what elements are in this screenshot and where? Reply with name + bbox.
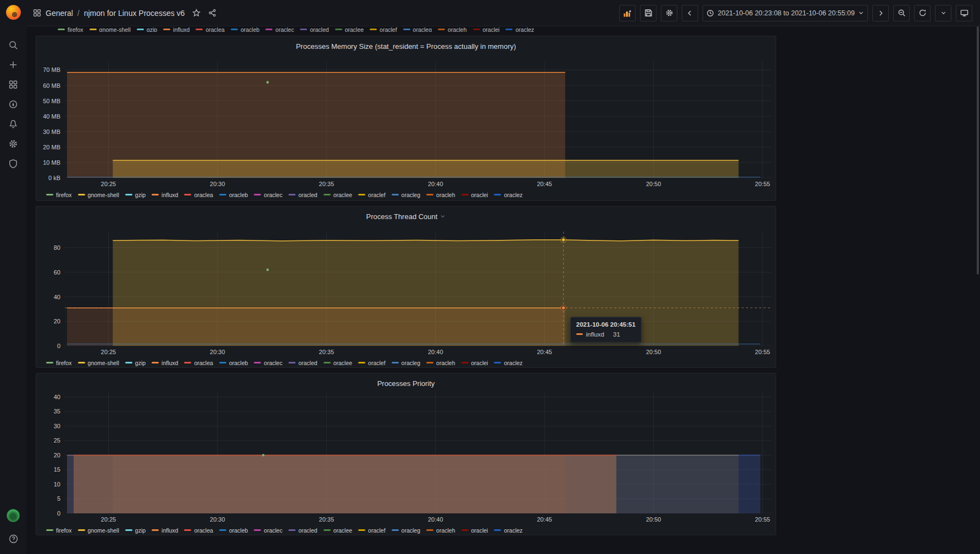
legend-item-oraclez[interactable]: oraclez <box>494 192 522 198</box>
y-tick-label: 0 kB <box>48 175 60 181</box>
legend-item-oracleb[interactable]: oracleb <box>231 26 259 32</box>
breadcrumb-folder[interactable]: General <box>46 9 73 18</box>
legend-item-gnome-shell[interactable]: gnome-shell <box>78 192 119 198</box>
time-range-back-button[interactable] <box>682 5 698 21</box>
legend-item-oraclee[interactable]: oraclee <box>324 360 352 366</box>
legend-item-oracleg[interactable]: oracleg <box>392 360 420 366</box>
legend-swatch <box>265 29 272 30</box>
legend-swatch <box>324 194 331 195</box>
legend-item-oraclee[interactable]: oraclee <box>324 192 352 198</box>
legend-item-firefox[interactable]: firefox <box>46 360 72 366</box>
legend-label: oracleg <box>402 360 420 366</box>
legend-item-oraclec[interactable]: oraclec <box>265 26 294 32</box>
legend-item-firefox[interactable]: firefox <box>46 192 72 198</box>
legend-label: oraclez <box>515 26 534 32</box>
legend-item-oracled[interactable]: oracled <box>300 26 328 32</box>
panel-menu-caret-icon[interactable] <box>440 214 446 219</box>
legend-item-oraclee[interactable]: oraclee <box>324 527 352 534</box>
chart-plot[interactable] <box>65 393 771 513</box>
legend-item-oracleh[interactable]: oracleh <box>426 360 455 366</box>
cycle-view-monitor-button[interactable] <box>956 5 972 21</box>
time-picker-button[interactable]: 2021-10-06 20:23:08 to 2021-10-06 20:55:… <box>703 5 868 21</box>
share-icon[interactable] <box>208 9 216 17</box>
alerting-bell-icon[interactable] <box>4 115 23 133</box>
legend-item-oraclef[interactable]: oraclef <box>370 26 397 32</box>
zoom-out-button[interactable] <box>893 5 910 21</box>
vertical-scrollbar[interactable] <box>977 26 979 275</box>
legend-item-oraclee[interactable]: oraclee <box>335 26 364 32</box>
legend-item-gzip[interactable]: gzip <box>125 527 146 534</box>
legend-item-oracled[interactable]: oracled <box>288 360 317 366</box>
legend-item-oraclef[interactable]: oraclef <box>358 527 386 534</box>
refresh-button[interactable] <box>914 5 931 21</box>
legend-item-oracleg[interactable]: oracleg <box>392 527 420 534</box>
legend-item-oraclez[interactable]: oraclez <box>505 26 534 32</box>
add-panel-button[interactable] <box>619 5 636 21</box>
legend-item-oraclei[interactable]: oraclei <box>461 192 488 198</box>
legend-item-oraclea[interactable]: oraclea <box>184 360 213 366</box>
legend-item-gnome-shell[interactable]: gnome-shell <box>90 26 131 32</box>
legend-item-gzip[interactable]: gzip <box>137 26 157 32</box>
legend-label: oracleb <box>241 26 259 32</box>
legend-item-firefox[interactable]: firefox <box>46 527 72 534</box>
legend-item-influxd[interactable]: influxd <box>163 26 190 32</box>
legend-item-firefox[interactable]: firefox <box>58 26 83 32</box>
dashboards-grid-icon[interactable] <box>4 75 23 94</box>
panel-title-text: Process Thread Count <box>366 212 438 221</box>
legend-label: oraclef <box>368 360 386 366</box>
panel-title[interactable]: Process Thread Count <box>41 210 771 223</box>
legend-item-oraclei[interactable]: oraclei <box>473 26 500 32</box>
help-icon[interactable] <box>4 529 23 548</box>
legend-item-gnome-shell[interactable]: gnome-shell <box>78 360 119 366</box>
legend-item-influxd[interactable]: influxd <box>152 360 178 366</box>
legend-item-oracleh[interactable]: oracleh <box>426 527 455 534</box>
panel-title[interactable]: Processes Memory Size (stat_resident = P… <box>41 40 771 53</box>
profile-avatar[interactable] <box>7 509 20 522</box>
legend-swatch <box>392 362 399 363</box>
legend-item-oraclef[interactable]: oraclef <box>358 192 386 198</box>
legend-item-oracleb[interactable]: oracleb <box>219 527 248 534</box>
legend-item-gzip[interactable]: gzip <box>125 192 146 198</box>
legend-item-oraclea[interactable]: oraclea <box>184 192 213 198</box>
legend-item-oracleh[interactable]: oracleh <box>438 26 466 32</box>
legend-item-oraclec[interactable]: oraclec <box>254 360 282 366</box>
legend-label: oracled <box>310 26 328 32</box>
explore-compass-icon[interactable] <box>4 95 23 114</box>
time-range-forward-button[interactable] <box>872 5 889 21</box>
server-admin-shield-icon[interactable] <box>4 154 23 173</box>
legend-item-gzip[interactable]: gzip <box>125 360 146 366</box>
legend-item-influxd[interactable]: influxd <box>152 527 178 534</box>
legend-label: oraclec <box>264 360 282 366</box>
legend-item-oracled[interactable]: oracled <box>288 192 317 198</box>
star-icon[interactable] <box>192 9 201 17</box>
dashboard-settings-button[interactable] <box>661 5 677 21</box>
legend-item-oraclea[interactable]: oraclea <box>196 26 224 32</box>
configuration-gear-icon[interactable] <box>4 135 23 153</box>
legend-item-oraclez[interactable]: oraclez <box>494 360 522 366</box>
save-dashboard-button[interactable] <box>640 5 656 21</box>
legend-item-oraclec[interactable]: oraclec <box>254 192 282 198</box>
chart-plot[interactable] <box>65 61 771 178</box>
legend-item-influxd[interactable]: influxd <box>152 192 178 198</box>
chart-plot[interactable]: 2021-10-06 20:45:51 influxd 31 <box>65 232 771 346</box>
legend-item-oracleg[interactable]: oracleg <box>403 26 432 32</box>
legend-item-oraclec[interactable]: oraclec <box>254 527 282 534</box>
refresh-interval-caret-button[interactable] <box>935 5 951 21</box>
legend-item-oraclei[interactable]: oraclei <box>461 360 488 366</box>
legend-item-oraclez[interactable]: oraclez <box>494 527 522 534</box>
legend-item-oracleb[interactable]: oracleb <box>219 192 248 198</box>
legend-item-oraclei[interactable]: oraclei <box>461 527 488 534</box>
y-axis: 020406080 <box>41 232 65 346</box>
grafana-logo-icon[interactable] <box>6 5 21 20</box>
panel-title[interactable]: Processes Priority <box>41 377 771 390</box>
create-plus-icon[interactable] <box>4 55 23 74</box>
legend-item-oracled[interactable]: oracled <box>288 527 317 534</box>
legend-item-oraclea[interactable]: oraclea <box>184 527 213 534</box>
legend-item-oracleh[interactable]: oracleh <box>426 192 455 198</box>
search-icon[interactable] <box>4 36 23 54</box>
legend-item-oracleg[interactable]: oracleg <box>392 192 420 198</box>
legend-item-oracleb[interactable]: oracleb <box>219 360 248 366</box>
legend-item-gnome-shell[interactable]: gnome-shell <box>78 527 119 534</box>
legend-item-oraclef[interactable]: oraclef <box>358 360 386 366</box>
timeseries-chart: 0 kB10 MB20 MB30 MB40 MB50 MB60 MB70 MB … <box>41 61 771 189</box>
